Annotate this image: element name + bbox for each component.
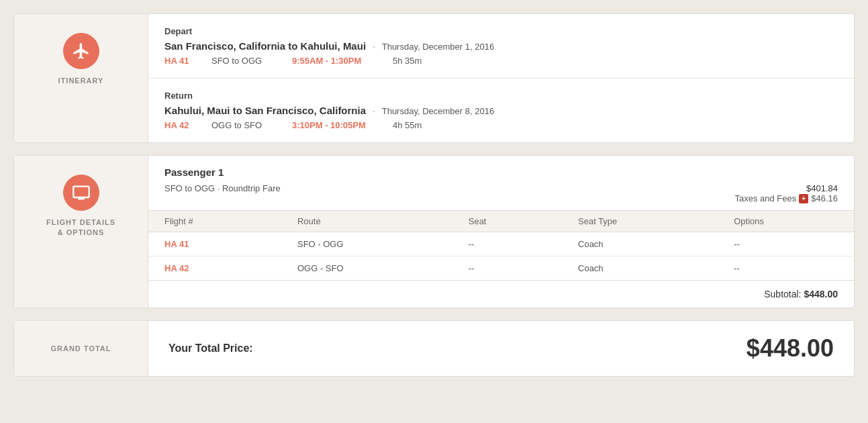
depart-date: Thursday, December 1, 2016 bbox=[382, 42, 494, 52]
flight-table: Flight # Route Seat Seat Type Options HA… bbox=[148, 210, 854, 280]
depart-detail: HA 41 SFO to OGG 9:55AM - 1:30PM 5h 35m bbox=[164, 56, 838, 66]
depart-dot: · bbox=[373, 41, 375, 52]
return-time: 3:10PM - 10:05PM bbox=[292, 120, 379, 130]
flight-details-label: FLIGHT DETAILS & OPTIONS bbox=[46, 218, 115, 238]
cell-seat: -- bbox=[452, 232, 562, 256]
col-seat: Seat bbox=[452, 211, 562, 232]
depart-label: Depart bbox=[164, 26, 838, 36]
return-destination: Kahului, Maui to San Francisco, Californ… bbox=[164, 105, 366, 116]
cell-options: -- bbox=[718, 232, 854, 256]
itinerary-sidebar: ITINERARY bbox=[14, 14, 148, 142]
return-detail: HA 42 OGG to SFO 3:10PM - 10:05PM 4h 55m bbox=[164, 120, 838, 130]
cell-flight-num: HA 42 bbox=[148, 256, 281, 281]
return-dot: · bbox=[373, 105, 375, 116]
return-label: Return bbox=[164, 91, 838, 101]
grand-total-section: GRAND TOTAL Your Total Price: $448.00 bbox=[13, 320, 855, 377]
airplane-icon bbox=[72, 42, 91, 60]
depart-destination: San Francisco, California to Kahului, Ma… bbox=[164, 40, 366, 52]
taxes-price: $46.16 bbox=[811, 193, 838, 203]
price-info: $401.84 Taxes and Fees + $46.16 bbox=[734, 183, 838, 203]
return-date: Thursday, December 8, 2016 bbox=[382, 106, 494, 116]
depart-duration: 5h 35m bbox=[393, 56, 422, 66]
grand-total-amount: $448.00 bbox=[746, 334, 834, 363]
flight-table-head: Flight # Route Seat Seat Type Options bbox=[148, 211, 854, 232]
table-row: HA 41 SFO - OGG -- Coach -- bbox=[148, 232, 854, 256]
flight-table-body: HA 41 SFO - OGG -- Coach -- HA 42 OGG - … bbox=[148, 232, 854, 281]
itinerary-section: ITINERARY Depart San Francisco, Californ… bbox=[13, 13, 855, 143]
return-destination-row: Kahului, Maui to San Francisco, Californ… bbox=[164, 105, 838, 116]
depart-route-text: SFO to OGG bbox=[211, 56, 279, 66]
your-total-price-label: Your Total Price: bbox=[168, 342, 253, 355]
col-seat-type: Seat Type bbox=[562, 211, 718, 232]
subtotal-amount: $448.00 bbox=[804, 289, 838, 299]
fare-dot: · bbox=[218, 183, 222, 193]
itinerary-content: Depart San Francisco, California to Kahu… bbox=[148, 14, 854, 142]
flight-details-sidebar: FLIGHT DETAILS & OPTIONS bbox=[14, 156, 148, 308]
grand-total-content: Your Total Price: $448.00 bbox=[148, 321, 854, 376]
col-flight: Flight # bbox=[148, 211, 281, 232]
subtotal-label: Subtotal: bbox=[764, 289, 801, 299]
depart-row: Depart San Francisco, California to Kahu… bbox=[148, 14, 854, 79]
return-duration: 4h 55m bbox=[393, 120, 422, 130]
cell-options: -- bbox=[718, 256, 854, 281]
monitor-icon bbox=[72, 183, 91, 202]
grand-total-sidebar: GRAND TOTAL bbox=[14, 321, 148, 376]
cell-seat-type: Coach bbox=[562, 232, 718, 256]
depart-destination-row: San Francisco, California to Kahului, Ma… bbox=[164, 40, 838, 52]
return-row: Return Kahului, Maui to San Francisco, C… bbox=[148, 79, 854, 142]
passenger-header: Passenger 1 bbox=[148, 156, 854, 183]
table-row: HA 42 OGG - SFO -- Coach -- bbox=[148, 256, 854, 281]
itinerary-icon bbox=[63, 33, 99, 69]
base-price: $401.84 bbox=[734, 183, 838, 193]
grand-total-sidebar-label: GRAND TOTAL bbox=[50, 344, 111, 352]
depart-flight-num: HA 41 bbox=[164, 56, 198, 66]
col-route: Route bbox=[281, 211, 452, 232]
return-flight-num: HA 42 bbox=[164, 120, 198, 130]
fare-route: SFO to OGG bbox=[164, 183, 215, 193]
flight-details-icon bbox=[63, 175, 99, 211]
depart-time: 9:55AM - 1:30PM bbox=[292, 56, 379, 66]
cell-route: OGG - SFO bbox=[281, 256, 452, 281]
return-route-text: OGG to SFO bbox=[211, 120, 279, 130]
cell-flight-num: HA 41 bbox=[148, 232, 281, 256]
taxes-label: Taxes and Fees bbox=[734, 193, 796, 203]
fare-type: Roundtrip Fare bbox=[222, 183, 281, 193]
col-options: Options bbox=[718, 211, 854, 232]
taxes-row: Taxes and Fees + $46.16 bbox=[734, 193, 838, 203]
cell-route: SFO - OGG bbox=[281, 232, 452, 256]
taxes-plus-icon: + bbox=[799, 194, 808, 203]
flight-details-content: Passenger 1 SFO to OGG · Roundtrip Fare … bbox=[148, 156, 854, 308]
itinerary-label: ITINERARY bbox=[58, 76, 104, 86]
flight-details-section: FLIGHT DETAILS & OPTIONS Passenger 1 SFO… bbox=[13, 155, 855, 308]
passenger-subrow: SFO to OGG · Roundtrip Fare $401.84 Taxe… bbox=[148, 183, 854, 210]
subtotal-row: Subtotal: $448.00 bbox=[148, 280, 854, 308]
cell-seat-type: Coach bbox=[562, 256, 718, 281]
fare-info: SFO to OGG · Roundtrip Fare bbox=[164, 183, 281, 193]
cell-seat: -- bbox=[452, 256, 562, 281]
